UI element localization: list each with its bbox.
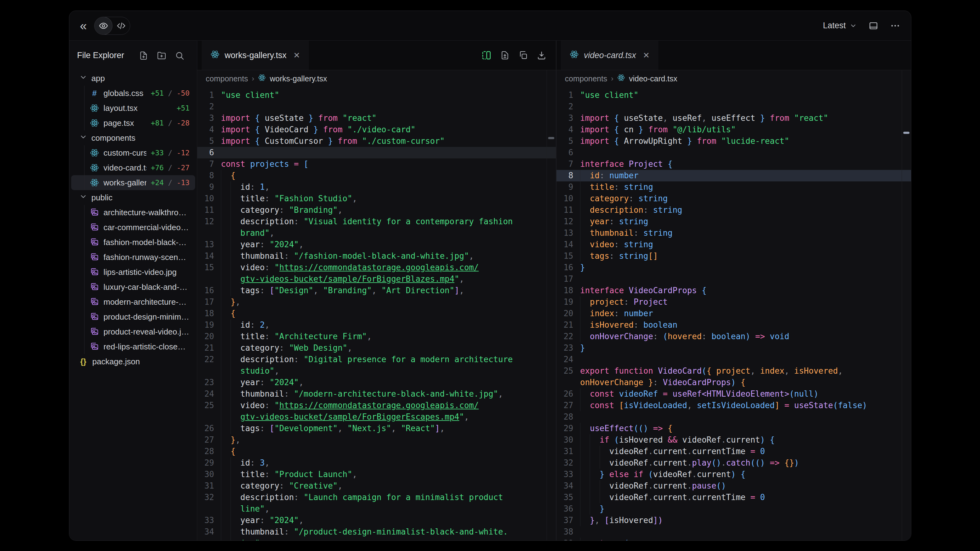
code-line-19[interactable]: 19 id: 2,: [197, 319, 556, 331]
code-line-7[interactable]: 7const projects = [: [197, 159, 556, 170]
code-line-wrap[interactable]: gtv-videos-bucket/sample/ForBiggerEscape…: [197, 411, 556, 423]
code-line-32[interactable]: 32 videoRef.current.play().catch(() => {…: [557, 457, 911, 469]
code-line-24[interactable]: 24 thumbnail: "/modern-architecture-blac…: [197, 388, 556, 400]
code-line-2[interactable]: 2: [557, 101, 911, 113]
code-line-9[interactable]: 9 id: 1,: [197, 181, 556, 193]
code-line-26[interactable]: 26 tags: ["Development", "Next.js", "Rea…: [197, 423, 556, 434]
code-line-13[interactable]: 13 year: "2024",: [197, 239, 556, 250]
file-row-product-design-minim-[interactable]: product-design-minim…: [71, 310, 195, 324]
code-line-6[interactable]: 6: [557, 147, 911, 159]
file-row-product-reveal-video.j-[interactable]: product-reveal-video.j…: [71, 324, 195, 339]
code-line-25[interactable]: 25export function VideoCard({ project, i…: [557, 365, 911, 377]
code-line-4[interactable]: 4import { cn } from "@/lib/utils": [557, 124, 911, 135]
code-line-4[interactable]: 4import { VideoCard } from "./video-card…: [197, 124, 556, 135]
code-line-7[interactable]: 7interface Project {: [557, 159, 911, 170]
code-line-wrap[interactable]: line",: [197, 503, 556, 514]
file-row-fashion-runway-scen-[interactable]: fashion-runway-scen…: [71, 250, 195, 265]
code-line-16[interactable]: 16}: [557, 262, 911, 273]
code-line-21[interactable]: 21 isHovered: boolean: [557, 319, 911, 331]
scrollbar[interactable]: [547, 70, 556, 540]
file-row-red-lips-artistic-close-[interactable]: red-lips-artistic-close…: [71, 339, 195, 354]
code-line-29[interactable]: 29 useEffect(() => {: [557, 423, 911, 434]
file-row-custom-curs-[interactable]: custom-curs…+33 / -12: [71, 145, 195, 160]
download-icon[interactable]: [537, 50, 547, 60]
file-row-video-card.tsx[interactable]: video-card.tsx+76 / -27: [71, 160, 195, 175]
code-line-26[interactable]: 26 const videoRef = useRef<HTMLVideoElem…: [557, 388, 911, 400]
code-line-12[interactable]: 12 description: "Visual identity for a c…: [197, 216, 556, 227]
file-row-lips-artistic-video.jpg[interactable]: lips-artistic-video.jpg: [71, 265, 195, 279]
code-line-20[interactable]: 20 title: "Architecture Firm",: [197, 331, 556, 342]
code-line-10[interactable]: 10 title: "Fashion Studio",: [197, 193, 556, 204]
code-line-37[interactable]: 37 }, [isHovered]): [557, 514, 911, 526]
code-line-9[interactable]: 9 title: string: [557, 181, 911, 193]
code-line-16[interactable]: 16 tags: ["Design", "Branding", "Art Dir…: [197, 285, 556, 296]
code-line-31[interactable]: 31 category: "Creative",: [197, 480, 556, 492]
code-line-24[interactable]: 24: [557, 354, 911, 365]
file-row-package.json[interactable]: {}package.json: [71, 354, 195, 369]
code-line-2[interactable]: 2: [197, 101, 556, 113]
code-line-30[interactable]: 30 if (isHovered && videoRef.current) {: [557, 434, 911, 446]
file-row-layout.tsx[interactable]: layout.tsx+51: [71, 101, 195, 116]
code-line-28[interactable]: 28: [557, 411, 911, 423]
preview-eye-icon[interactable]: [94, 17, 112, 35]
code-editor-video-card[interactable]: 1"use client"23import { useState, useRef…: [557, 87, 911, 540]
scrollbar[interactable]: [902, 70, 911, 540]
code-line-11[interactable]: 11 category: "Branding",: [197, 204, 556, 216]
code-line-12[interactable]: 12 year: string: [557, 216, 911, 227]
close-tab-icon[interactable]: ✕: [291, 51, 300, 60]
file-row-modern-architecture-[interactable]: modern-architecture-…: [71, 294, 195, 310]
breadcrumb-folder[interactable]: components: [565, 74, 607, 83]
file-diff-icon[interactable]: [500, 50, 510, 60]
code-line-5[interactable]: 5import { ArrowUpRight } from "lucide-re…: [557, 135, 911, 147]
code-line-34[interactable]: 34 thumbnail: "/product-design-minimalis…: [197, 526, 556, 538]
code-line-17[interactable]: 17 },: [197, 296, 556, 308]
tab-works-gallery[interactable]: works-gallery.tsx ✕: [202, 41, 309, 70]
code-line-5[interactable]: 5import { CustomCursor } from "./custom-…: [197, 135, 556, 147]
file-row-fashion-model-black-[interactable]: fashion-model-black-…: [71, 235, 195, 250]
new-folder-icon[interactable]: [157, 51, 167, 60]
code-line-6[interactable]: 6: [197, 147, 556, 159]
code-line-1[interactable]: 1"use client": [197, 89, 556, 101]
file-row-car-commercial-video-[interactable]: car-commercial-video…: [71, 220, 195, 235]
code-line-22[interactable]: 22 description: "Digital presence for a …: [197, 354, 556, 365]
search-icon[interactable]: [175, 51, 185, 60]
code-line-28[interactable]: 28 {: [197, 446, 556, 457]
breadcrumb-file[interactable]: works-gallery.tsx: [270, 74, 327, 83]
ellipsis-icon[interactable]: [890, 21, 900, 31]
file-row-works-galler-[interactable]: works-galler…+24 / -13: [71, 175, 195, 190]
code-line-31[interactable]: 31 videoRef.current.currentTime = 0: [557, 446, 911, 457]
copy-icon[interactable]: [518, 50, 528, 60]
collapse-panel-icon[interactable]: «: [80, 19, 87, 32]
breadcrumb-file[interactable]: video-card.tsx: [629, 74, 677, 83]
code-line-1[interactable]: 1"use client": [557, 89, 911, 101]
code-line-36[interactable]: 36 }: [557, 503, 911, 514]
code-line-wrap[interactable]: jpg",: [197, 538, 556, 540]
code-line-wrap[interactable]: studio",: [197, 365, 556, 377]
version-selector[interactable]: Latest: [823, 21, 857, 30]
code-line-18[interactable]: 18interface VideoCardProps {: [557, 285, 911, 296]
breadcrumb-folder[interactable]: components: [206, 74, 248, 83]
code-line-23[interactable]: 23}: [557, 342, 911, 354]
code-line-3[interactable]: 3import { useState } from "react": [197, 113, 556, 124]
code-view-icon[interactable]: [112, 17, 130, 35]
file-row-globals.css[interactable]: #globals.css+51 / -50: [71, 86, 195, 101]
split-view-icon[interactable]: [481, 50, 492, 60]
code-line-15[interactable]: 15 tags: string[]: [557, 250, 911, 262]
code-line-38[interactable]: 38: [557, 526, 911, 538]
folder-row-app[interactable]: app: [71, 71, 195, 86]
code-line-17[interactable]: 17: [557, 273, 911, 285]
code-line-14[interactable]: 14 video: string: [557, 239, 911, 250]
file-row-luxury-car-black-and-[interactable]: luxury-car-black-and-…: [71, 279, 195, 294]
view-mode-toggle[interactable]: [94, 17, 130, 35]
code-line-39[interactable]: 39 return (: [557, 538, 911, 540]
code-line-23[interactable]: 23 year: "2024",: [197, 377, 556, 388]
code-line-11[interactable]: 11 description: string: [557, 204, 911, 216]
code-line-21[interactable]: 21 category: "Web Design",: [197, 342, 556, 354]
code-line-27[interactable]: 27 const [isVideoLoaded, setIsVideoLoade…: [557, 400, 911, 411]
file-row-page.tsx[interactable]: page.tsx+81 / -28: [71, 116, 195, 130]
folder-row-public[interactable]: public: [71, 190, 195, 205]
code-line-wrap[interactable]: brand",: [197, 227, 556, 239]
code-line-14[interactable]: 14 thumbnail: "/fashion-model-black-and-…: [197, 250, 556, 262]
new-file-icon[interactable]: [138, 51, 148, 60]
code-line-25[interactable]: 25 video: "https://commondatastorage.goo…: [197, 400, 556, 411]
